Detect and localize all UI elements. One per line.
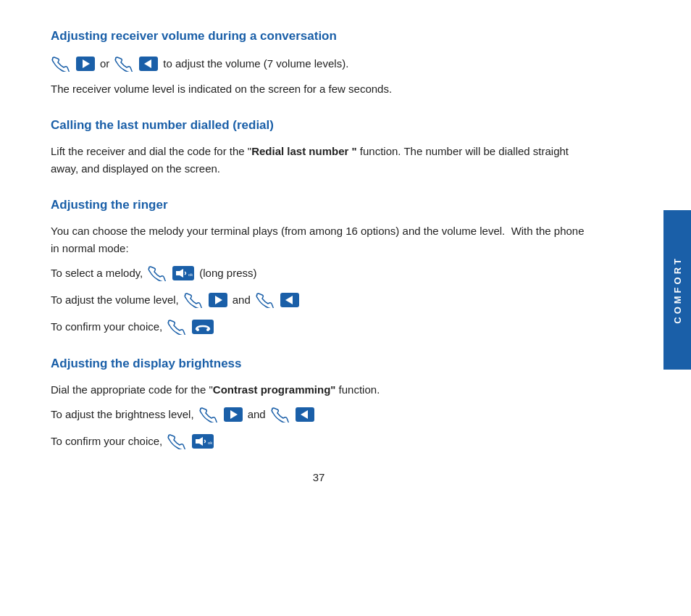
adjust-brightness-line: To adjust the brightness level, and xyxy=(51,404,587,424)
handset-icon-2 xyxy=(114,56,137,72)
handset-icon-3 xyxy=(147,265,170,281)
confirm-ok-icon-group: ok xyxy=(167,433,214,449)
sidebar-label: COMFORT xyxy=(672,256,683,324)
section-title-receiver-volume: Adjusting receiver volume during a conve… xyxy=(51,29,587,43)
right-arrow-btn xyxy=(75,56,96,72)
left-arrow-btn xyxy=(138,56,159,72)
adjust-volume-prefix: To adjust the volume level, xyxy=(51,290,179,309)
svg-text:ok: ok xyxy=(208,441,213,445)
svg-text:ok: ok xyxy=(188,272,193,277)
svg-point-13 xyxy=(196,328,199,331)
volume-icon-line: or to adjust the volume (7 volume levels… xyxy=(51,54,587,73)
section-redial: Calling the last number dialled (redial)… xyxy=(51,118,587,178)
left-arrow-btn-3 xyxy=(295,407,315,423)
volume-left-icon-group xyxy=(255,292,300,308)
handset-icon-5 xyxy=(255,292,278,308)
right-arrow-btn-2 xyxy=(208,292,228,308)
handset-icon-7 xyxy=(198,407,222,423)
section-adjusting-receiver-volume: Adjusting receiver volume during a conve… xyxy=(51,29,587,98)
section-title-brightness: Adjusting the display brightness xyxy=(51,357,587,371)
redial-function-name: Redial last number " xyxy=(251,145,356,157)
long-press-text: (long press) xyxy=(199,263,256,283)
right-arrow-btn-3 xyxy=(223,407,243,423)
ringer-description: You can choose the melody your terminal … xyxy=(51,222,587,257)
select-melody-prefix: To select a melody, xyxy=(51,263,143,283)
redial-description: Lift the receiver and dial the code for … xyxy=(51,143,587,178)
section-title-ringer: Adjusting the ringer xyxy=(51,198,587,212)
and-text-1: and xyxy=(233,290,251,309)
svg-rect-20 xyxy=(196,439,199,444)
confirm-phone-icon-group xyxy=(167,319,214,335)
handset-ok-icon-group-1: ok xyxy=(147,265,195,281)
left-arrow-btn-2 xyxy=(280,292,300,308)
page-content: Adjusting receiver volume during a conve… xyxy=(0,0,637,512)
confirm-ringer-prefix: To confirm your choice, xyxy=(51,317,162,336)
page-number: 37 xyxy=(51,471,587,483)
select-melody-line: To select a melody, ok (long press) xyxy=(51,263,587,283)
handset-icon-6 xyxy=(167,319,190,335)
confirm-brightness-line: To confirm your choice, ok xyxy=(51,431,587,451)
sidebar-comfort-tab: COMFORT xyxy=(663,210,691,370)
svg-point-14 xyxy=(206,328,209,331)
brightness-description: Dial the appropriate code for the "Contr… xyxy=(51,381,587,399)
section-title-redial: Calling the last number dialled (redial) xyxy=(51,118,587,133)
and-text-2: and xyxy=(248,404,266,424)
or-text: or xyxy=(100,54,109,73)
adjust-volume-line: To adjust the volume level, and xyxy=(51,290,587,309)
phone-hangup-btn xyxy=(191,319,214,335)
confirm-brightness-prefix: To confirm your choice, xyxy=(51,431,162,451)
handset-icon-8 xyxy=(270,407,293,423)
handset-icon-9 xyxy=(167,433,190,449)
handset-icon-4 xyxy=(183,292,206,308)
volume-screen-text: The receiver volume level is indicated o… xyxy=(51,80,587,98)
confirm-ringer-line: To confirm your choice, xyxy=(51,317,587,336)
handset-right-icon-group xyxy=(51,56,96,72)
handset-left-icon-group xyxy=(114,56,159,72)
svg-rect-5 xyxy=(176,271,180,275)
ok-speaker-btn: ok xyxy=(172,265,195,281)
brightness-right-icon-group xyxy=(198,407,243,423)
adjust-brightness-prefix: To adjust the brightness level, xyxy=(51,404,194,424)
volume-adjust-text: to adjust the volume (7 volume levels). xyxy=(163,54,348,73)
volume-right-icon-group xyxy=(183,292,228,308)
handset-icon-1 xyxy=(51,56,74,72)
contrast-function-name: Contrast programming" xyxy=(213,383,336,396)
brightness-left-icon-group xyxy=(270,407,315,423)
ok-speaker-btn-2: ok xyxy=(191,433,214,449)
section-brightness: Adjusting the display brightness Dial th… xyxy=(51,357,587,451)
section-ringer: Adjusting the ringer You can choose the … xyxy=(51,198,587,336)
